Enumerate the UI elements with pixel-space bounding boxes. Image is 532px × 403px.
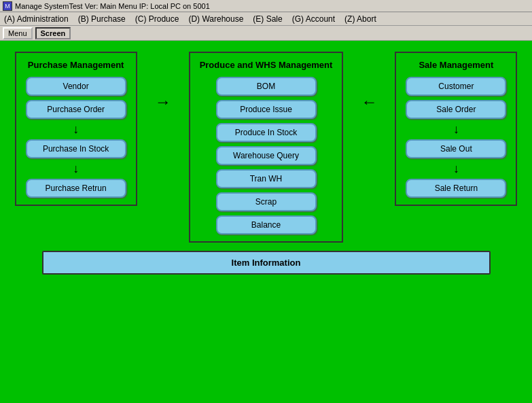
sale-section: Sale Management Customer Sale Order ↓ Sa…	[395, 52, 517, 206]
app-icon: M	[3, 1, 12, 11]
purchase-retrun-button[interactable]: Purchase Retrun	[26, 179, 126, 198]
scrap-button[interactable]: Scrap	[216, 192, 317, 211]
purchase-in-stock-button[interactable]: Purchase In Stock	[26, 139, 126, 158]
sale-return-button[interactable]: Sale Return	[406, 179, 506, 198]
arrow-right-icon: →	[151, 92, 175, 111]
customer-button[interactable]: Customer	[406, 77, 506, 96]
sections-row: Purchase Management Vendor Purchase Orde…	[15, 52, 518, 243]
menu-produce[interactable]: (C) Produce	[134, 14, 181, 24]
tran-wh-button[interactable]: Tran WH	[216, 169, 317, 188]
menu-button[interactable]: Menu	[3, 27, 33, 39]
vendor-button[interactable]: Vendor	[26, 77, 126, 96]
title-text: Manage SystemTest Ver: Main Menu IP: Loc…	[15, 2, 210, 10]
bom-button[interactable]: BOM	[216, 77, 317, 96]
produce-in-stock-button[interactable]: Produce In Stock	[216, 123, 317, 142]
menu-account[interactable]: (G) Account	[291, 14, 336, 24]
purchase-order-button[interactable]: Purchase Order	[26, 100, 126, 119]
screen-button[interactable]: Screen	[35, 27, 71, 39]
arrow-down-4: ↓	[453, 162, 459, 175]
arrow-down-3: ↓	[453, 123, 459, 135]
menu-purchase[interactable]: (B) Purchase	[77, 14, 127, 24]
toolbar: Menu Screen	[0, 26, 532, 41]
menu-warehouse[interactable]: (D) Warehouse	[187, 14, 245, 24]
purchase-title: Purchase Management	[28, 60, 124, 70]
warehouse-query-button[interactable]: Warehouse Query	[216, 146, 317, 165]
sale-out-button[interactable]: Sale Out	[406, 139, 506, 158]
arrow-down-2: ↓	[73, 162, 79, 175]
menu-abort[interactable]: (Z) Abort	[343, 14, 378, 24]
main-area: Purchase Management Vendor Purchase Orde…	[0, 41, 532, 403]
menu-sale[interactable]: (E) Sale	[251, 14, 283, 24]
arrow-left-icon: ←	[357, 92, 381, 111]
menu-bar: (A) Administration (B) Purchase (C) Prod…	[0, 12, 532, 26]
sale-order-button[interactable]: Sale Order	[406, 100, 506, 119]
menu-administration[interactable]: (A) Administration	[3, 14, 70, 24]
purchase-section: Purchase Management Vendor Purchase Orde…	[15, 52, 137, 206]
balance-button[interactable]: Balance	[216, 215, 317, 234]
item-information-box[interactable]: Item Information	[42, 251, 491, 275]
produce-title: Produce and WHS Management	[200, 60, 333, 70]
sale-title: Sale Management	[419, 60, 493, 70]
arrow-down-1: ↓	[73, 123, 79, 135]
produce-section: Produce and WHS Management BOM Produce I…	[189, 52, 344, 243]
produce-issue-button[interactable]: Produce Issue	[216, 100, 317, 119]
title-bar: M Manage SystemTest Ver: Main Menu IP: L…	[0, 0, 532, 12]
